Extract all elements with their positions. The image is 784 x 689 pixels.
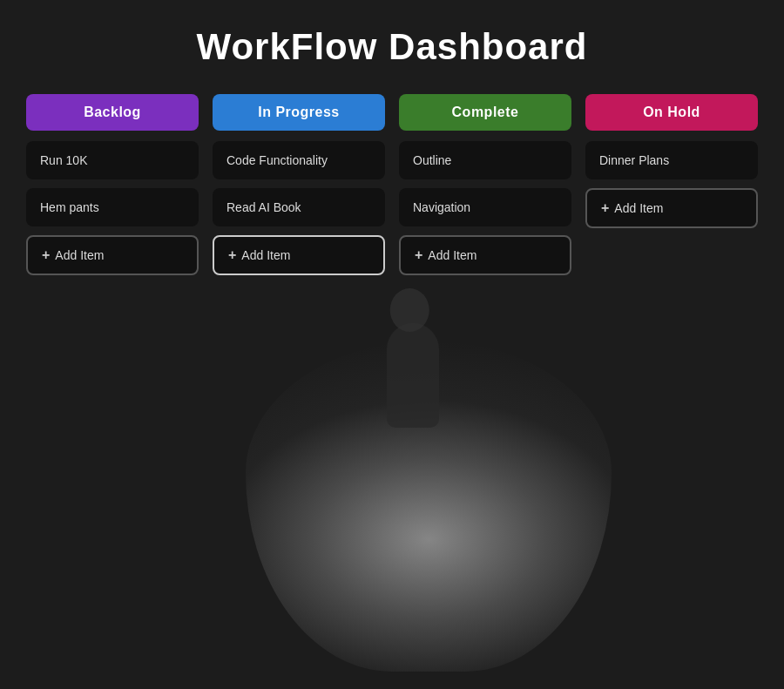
add-item-button-onhold[interactable]: +Add Item	[585, 188, 758, 228]
plus-icon: +	[42, 247, 50, 263]
column-header-complete[interactable]: Complete	[399, 94, 571, 131]
add-item-label: Add Item	[241, 248, 290, 262]
card-item-navigation[interactable]: Navigation	[399, 188, 571, 226]
add-item-button-complete[interactable]: +Add Item	[399, 235, 571, 275]
dancer-head	[390, 288, 429, 332]
card-item-readaibook[interactable]: Read AI Book	[213, 188, 385, 226]
kanban-board: BacklogRun 10KHem pants+Add ItemIn Progr…	[17, 94, 767, 275]
page-title: WorkFlow Dashboard	[17, 17, 767, 68]
column-backlog: BacklogRun 10KHem pants+Add Item	[26, 94, 199, 275]
column-header-inprogress[interactable]: In Progress	[213, 94, 385, 131]
card-item-dinnerplans[interactable]: Dinner Plans	[585, 141, 758, 179]
column-onhold: On HoldDinner Plans+Add Item	[585, 94, 758, 275]
card-item-codefunc[interactable]: Code Functionality	[213, 141, 385, 179]
card-item-hempants[interactable]: Hem pants	[26, 188, 199, 226]
dancer-body	[387, 323, 439, 428]
plus-icon: +	[415, 247, 422, 263]
column-complete: CompleteOutlineNavigation+Add Item	[399, 94, 571, 275]
add-item-button-backlog[interactable]: +Add Item	[26, 235, 199, 275]
column-inprogress: In ProgressCode FunctionalityRead AI Boo…	[213, 94, 385, 275]
add-item-button-inprogress[interactable]: +Add Item	[213, 235, 385, 275]
add-item-label: Add Item	[614, 201, 663, 215]
add-item-label: Add Item	[428, 248, 476, 262]
plus-icon: +	[228, 247, 236, 263]
column-header-onhold[interactable]: On Hold	[585, 94, 758, 131]
plus-icon: +	[601, 200, 609, 216]
card-item-outline[interactable]: Outline	[399, 141, 571, 179]
column-header-backlog[interactable]: Backlog	[26, 94, 199, 131]
add-item-label: Add Item	[55, 248, 104, 262]
card-item-run10k[interactable]: Run 10K	[26, 141, 199, 179]
